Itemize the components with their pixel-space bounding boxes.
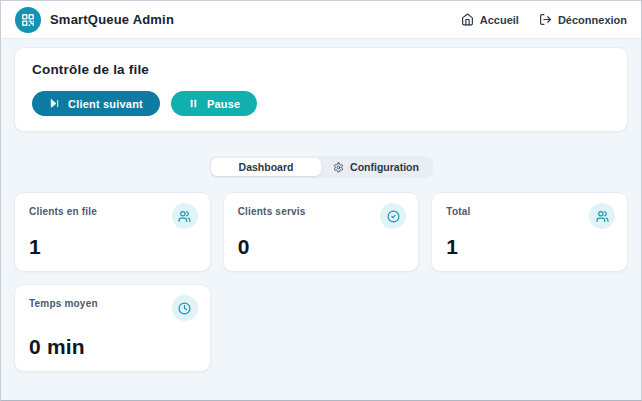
pause-label: Pause: [207, 98, 240, 110]
qr-code-logo-icon: [15, 7, 41, 33]
tab-configuration[interactable]: Configuration: [321, 158, 431, 176]
users-icon: [172, 203, 198, 229]
stat-value: 1: [29, 235, 196, 259]
stat-value: 0 min: [29, 335, 196, 359]
skip-forward-icon: [49, 98, 60, 109]
pause-button[interactable]: Pause: [171, 91, 257, 116]
nav-deconnexion[interactable]: Déconnexion: [539, 13, 627, 26]
control-buttons: Client suivant Pause: [32, 91, 610, 116]
stat-card-clients-en-file: Clients en file 1: [14, 192, 211, 272]
stat-value: 1: [446, 235, 613, 259]
users-icon: [589, 203, 615, 229]
header-nav: Accueil Déconnexion: [461, 13, 627, 26]
stats-grid: Clients en file 1 Clients servis: [14, 192, 628, 372]
app-title: SmartQueue Admin: [50, 12, 174, 27]
stat-card-clients-servis: Clients servis 0: [223, 192, 420, 272]
home-icon: [461, 13, 474, 26]
tab-dashboard[interactable]: Dashboard: [211, 158, 321, 176]
tabs-wrapper: Dashboard Configuration: [14, 156, 628, 178]
stat-label: Clients servis: [238, 206, 405, 217]
app-header: SmartQueue Admin Accueil: [1, 1, 641, 39]
main-content: Contrôle de la file Client suivant: [1, 39, 641, 372]
nav-accueil-label: Accueil: [480, 14, 519, 26]
control-card-title: Contrôle de la file: [32, 62, 610, 77]
next-client-label: Client suivant: [68, 98, 143, 110]
stat-label: Temps moyen: [29, 298, 196, 309]
stat-card-total: Total 1: [431, 192, 628, 272]
smartqueue-admin-app: SmartQueue Admin Accueil: [0, 0, 642, 401]
nav-deconnexion-label: Déconnexion: [558, 14, 627, 26]
clock-icon: [172, 295, 198, 321]
tab-configuration-label: Configuration: [350, 161, 419, 173]
tab-dashboard-label: Dashboard: [239, 161, 294, 173]
queue-control-card: Contrôle de la file Client suivant: [14, 47, 628, 132]
check-circle-icon: [380, 203, 406, 229]
nav-accueil[interactable]: Accueil: [461, 13, 519, 26]
brand: SmartQueue Admin: [15, 7, 174, 33]
pause-icon: [188, 98, 199, 109]
next-client-button[interactable]: Client suivant: [32, 91, 160, 116]
view-tabs: Dashboard Configuration: [209, 156, 433, 178]
gear-icon: [333, 162, 344, 173]
stat-label: Clients en file: [29, 206, 196, 217]
logout-icon: [539, 13, 552, 26]
stat-label: Total: [446, 206, 613, 217]
stat-value: 0: [238, 235, 405, 259]
stat-card-temps-moyen: Temps moyen 0 min: [14, 284, 211, 372]
